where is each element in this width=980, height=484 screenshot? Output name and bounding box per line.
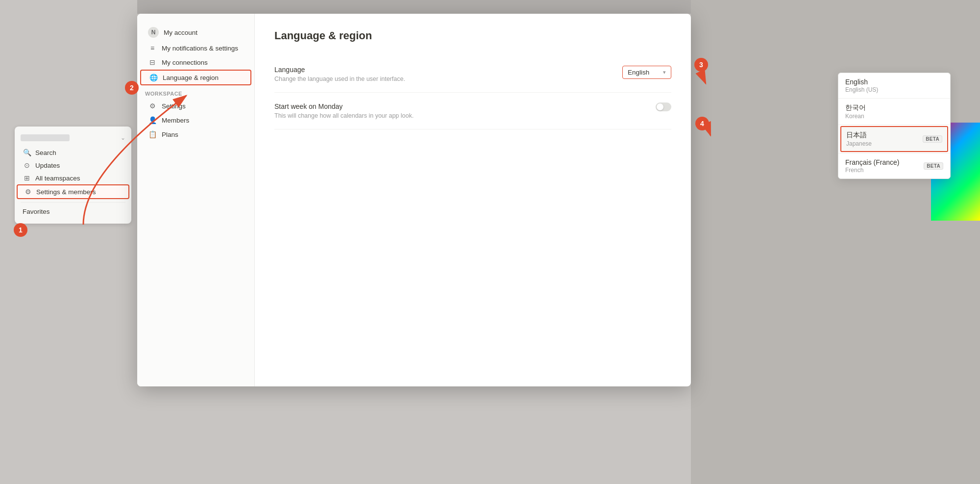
sidebar-updates-label: Updates	[35, 162, 60, 169]
step-badge-2: 2	[125, 81, 139, 95]
lang-divider-2	[838, 125, 950, 125]
lang-option-english-sub: English (US)	[845, 86, 878, 93]
settings-icon: ⚙	[24, 188, 32, 196]
sidebar-item-all-teamspaces[interactable]: ⊞ All teamspaces	[17, 172, 129, 184]
start-week-texts: Start week on Monday This will change ho…	[274, 102, 414, 119]
toggle-thumb	[657, 103, 663, 110]
plans-icon: 📋	[148, 130, 157, 138]
language-dropdown-button[interactable]: English ▾	[622, 66, 671, 79]
account-icon: N	[148, 27, 159, 38]
updates-icon: ⊙	[23, 161, 31, 169]
chevron-down-icon: ▾	[663, 69, 666, 76]
modal-sidebar-members[interactable]: 👤 Members	[140, 113, 251, 127]
modal-sidebar-language-region[interactable]: 🌐 Language & region	[140, 70, 251, 85]
step-badge-4: 4	[695, 117, 709, 130]
sidebar-search-label: Search	[35, 149, 56, 156]
japanese-beta-badge: BETA	[923, 135, 942, 143]
sidebar-item-updates[interactable]: ⊙ Updates	[17, 159, 129, 172]
lang-option-english-texts: English English (US)	[845, 78, 878, 93]
lang-option-korean[interactable]: 한국어 Korean	[838, 99, 950, 125]
modal-sidebar-my-account[interactable]: N My account	[140, 24, 251, 41]
language-button-label: English	[628, 69, 649, 76]
my-account-label: My account	[164, 29, 197, 36]
sidebar-divider	[21, 202, 125, 203]
teamspaces-icon: ⊞	[23, 174, 31, 182]
start-week-toggle	[656, 102, 671, 111]
notifications-icon: ≡	[148, 44, 157, 52]
start-week-setting-row: Start week on Monday This will change ho…	[274, 93, 671, 129]
lang-option-english[interactable]: English English (US)	[838, 73, 950, 98]
sidebar-item-favorites[interactable]: Favorites	[17, 205, 129, 218]
modal-content: Language & region Language Change the la…	[255, 14, 691, 386]
modal-title: Language & region	[274, 29, 671, 42]
members-icon: 👤	[148, 116, 157, 124]
modal-sidebar-my-connections[interactable]: ⊟ My connections	[140, 55, 251, 69]
sidebar-teamspaces-label: All teamspaces	[35, 175, 80, 182]
language-setting-description: Change the language used in the user int…	[274, 76, 405, 82]
members-label: Members	[162, 117, 189, 124]
lang-option-french[interactable]: Français (France) French BETA	[838, 153, 950, 178]
workspace-chevron-icon[interactable]: ⌄	[121, 134, 125, 141]
language-control: English ▾	[622, 66, 671, 79]
settings-label: Settings	[162, 102, 186, 110]
language-region-label: Language & region	[163, 74, 219, 81]
lang-option-korean-main: 한국어	[845, 103, 866, 112]
lang-option-korean-sub: Korean	[845, 113, 866, 120]
modal-sidebar: N My account ≡ My notifications & settin…	[137, 14, 255, 386]
favorites-label: Favorites	[23, 208, 50, 215]
plans-label: Plans	[162, 131, 178, 138]
settings-modal: N My account ≡ My notifications & settin…	[137, 14, 691, 386]
workspace-header: ⌄	[15, 132, 131, 146]
lang-option-japanese[interactable]: 日本語 Japanese BETA	[840, 126, 948, 152]
step-badge-3: 3	[694, 58, 708, 72]
lang-option-japanese-texts: 日本語 Japanese	[846, 131, 872, 147]
lang-option-korean-texts: 한국어 Korean	[845, 103, 866, 120]
lang-option-japanese-sub: Japanese	[846, 140, 872, 147]
my-notifications-label: My notifications & settings	[162, 45, 238, 52]
workspace-name	[21, 134, 70, 141]
globe-icon: 🌐	[149, 74, 158, 81]
start-week-label: Start week on Monday	[274, 102, 414, 110]
sidebar-item-search[interactable]: 🔍 Search	[17, 146, 129, 159]
modal-sidebar-my-notifications[interactable]: ≡ My notifications & settings	[140, 41, 251, 55]
language-dropdown-menu: English English (US) 한국어 Korean 日本語 Japa…	[838, 73, 951, 179]
lang-option-french-main: Français (France)	[845, 158, 899, 166]
language-setting-texts: Language Change the language used in the…	[274, 66, 405, 82]
sidebar-settings-label: Settings & members	[36, 188, 96, 196]
lang-option-english-main: English	[845, 78, 878, 86]
my-connections-label: My connections	[162, 59, 208, 66]
french-beta-badge: BETA	[924, 162, 943, 170]
lang-option-french-sub: French	[845, 167, 899, 174]
toggle-switch[interactable]	[656, 102, 671, 111]
lang-option-japanese-main: 日本語	[846, 131, 872, 140]
modal-sidebar-settings[interactable]: ⚙ Settings	[140, 99, 251, 113]
language-setting-row: Language Change the language used in the…	[274, 56, 671, 93]
modal-sidebar-plans[interactable]: 📋 Plans	[140, 127, 251, 141]
sidebar-item-settings-members[interactable]: ⚙ Settings & members	[17, 184, 129, 199]
settings-gear-icon: ⚙	[148, 102, 157, 110]
connections-icon: ⊟	[148, 58, 157, 66]
left-sidebar: ⌄ 🔍 Search ⊙ Updates ⊞ All teamspaces ⚙ …	[15, 127, 131, 224]
lang-option-french-texts: Français (France) French	[845, 158, 899, 174]
search-icon: 🔍	[23, 149, 31, 156]
start-week-description: This will change how all calendars in yo…	[274, 112, 414, 119]
workspace-section-label: WORKSPACE	[137, 86, 254, 99]
language-setting-label: Language	[274, 66, 405, 74]
step-badge-1: 1	[14, 223, 27, 237]
